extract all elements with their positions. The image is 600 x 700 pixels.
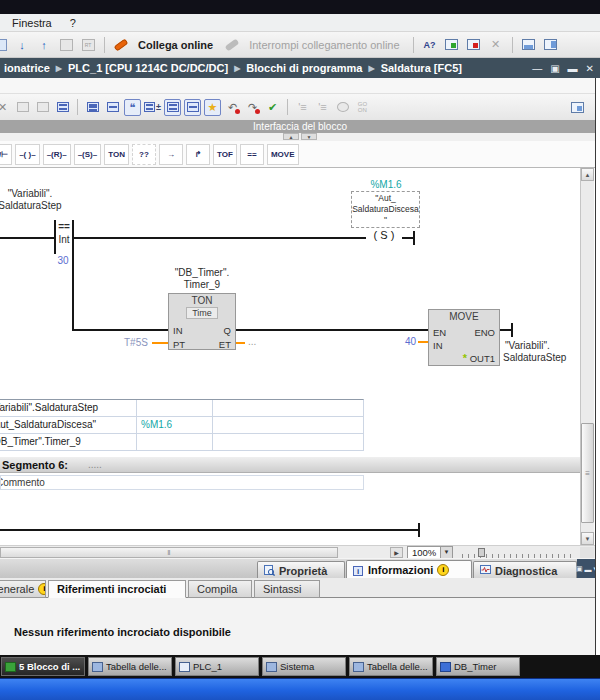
float-window-icon[interactable]: ▣ — [550, 63, 559, 74]
taskbar-button-tag-table[interactable]: Tabella delle... — [88, 657, 172, 676]
save-project-icon[interactable] — [0, 37, 9, 53]
fav-ton-timer[interactable]: TON — [104, 144, 129, 165]
close-x-icon[interactable]: ✕ — [487, 37, 505, 53]
expand-networks-icon[interactable] — [84, 99, 101, 116]
subtab-compila[interactable]: Compila — [188, 580, 252, 598]
upload-from-device-icon[interactable]: ↑ — [35, 37, 53, 53]
subtab-riferimenti-incrociati[interactable]: Riferimenti incrociati — [48, 580, 186, 598]
go-on-chain-icon[interactable]: GOON — [354, 99, 371, 116]
coil-address[interactable]: %M1.6 — [352, 179, 420, 190]
et-value[interactable]: ... — [248, 336, 256, 347]
vertical-scroll-thumb[interactable]: ≡ — [581, 423, 594, 523]
vertical-scrollbar[interactable]: ▲ ≡ ▼ — [580, 168, 594, 545]
timer-db-label[interactable]: "DB_Timer". — [150, 267, 254, 278]
fav-coil[interactable]: –( )– — [15, 144, 39, 165]
consistency-check-icon[interactable]: ✔ — [264, 99, 281, 116]
taskbar-button-db-timer[interactable]: DB_Timer — [436, 657, 520, 676]
fav-move[interactable]: MOVE — [267, 144, 299, 165]
jump-label-icon[interactable]: '≡ — [294, 99, 311, 116]
menu-help[interactable]: ? — [70, 17, 76, 29]
stop-runtime-icon[interactable] — [465, 37, 483, 53]
move-out-operand-line1[interactable]: "Variabili". — [505, 340, 550, 351]
insert-row-icon[interactable] — [54, 99, 71, 116]
subtab-generale[interactable]: Generale i — [0, 580, 46, 598]
ladder-canvas[interactable]: "Variabili". SaldaturaStep == Int 30 %M1… — [0, 168, 600, 545]
taskbar-up-icon[interactable]: ▲ — [83, 664, 85, 670]
absolute-operands-icon[interactable] — [164, 99, 181, 116]
fav-empty-box[interactable]: ?? — [132, 144, 156, 165]
split-vertical-icon[interactable] — [542, 37, 560, 53]
breadcrumb-plc[interactable]: PLC_1 [CPU 1214C DC/DC/DC] — [68, 62, 228, 74]
table-row[interactable]: "Variabili".SaldaturaStep — [0, 400, 363, 417]
collapse-panel-icon[interactable]: ▬ — [585, 566, 592, 573]
fav-set-coil[interactable]: –(S)– — [74, 144, 102, 165]
subtab-sintassi[interactable]: Sintassi — [254, 580, 320, 598]
split-horizontal-icon[interactable] — [520, 37, 538, 53]
download-to-device-icon[interactable]: ↓ — [13, 37, 31, 53]
zoom-slider-knob[interactable] — [478, 548, 485, 557]
start-runtime-icon[interactable] — [443, 37, 461, 53]
toggle-comments-icon[interactable]: ❝ — [124, 99, 141, 116]
network-title-icon[interactable] — [184, 99, 201, 116]
gear-back-icon[interactable] — [34, 99, 51, 116]
jump-destination-icon[interactable]: '≡ — [314, 99, 331, 116]
contact-operand-line1[interactable]: "Variabili". — [0, 188, 68, 199]
go-offline-icon[interactable] — [223, 37, 241, 53]
block-interface-splitter-bar[interactable]: Interfaccia del blocco — [0, 120, 600, 133]
tab-informazioni[interactable]: i Informazioni i — [346, 560, 472, 579]
horizontal-scroll-thumb[interactable]: ‖ — [0, 547, 338, 558]
search-settings-icon[interactable] — [334, 99, 351, 116]
menu-finestra[interactable]: Finestra — [12, 17, 52, 29]
table-row[interactable]: "DB_Timer".Timer_9 — [0, 434, 363, 451]
fav-reset-coil[interactable]: –(R)– — [43, 144, 71, 165]
tab-proprieta[interactable]: Proprietà — [257, 561, 345, 579]
scroll-up-icon[interactable]: ▲ — [581, 168, 594, 181]
stop-cpu-icon[interactable]: RT — [79, 37, 97, 53]
zoom-slider[interactable] — [462, 548, 574, 558]
float-panel-icon[interactable]: ▣ — [576, 565, 583, 573]
ton-pin-pt[interactable]: PT — [173, 339, 185, 350]
move-out-operand-line2[interactable]: SaldaturaStep — [503, 352, 566, 363]
splitter-up-icon[interactable]: ▲ — [283, 133, 299, 140]
segment-header[interactable]: Segmento 6: ..... — [0, 456, 580, 473]
start-cpu-icon[interactable] — [57, 37, 75, 53]
scroll-right-icon[interactable]: ▶ — [390, 547, 403, 558]
pt-value[interactable]: T#5S — [124, 337, 148, 348]
move-pin-out1[interactable]: * OUT1 — [463, 352, 495, 364]
fav-nc-contact[interactable]: ⊣/⊢ — [0, 144, 12, 165]
undo-icon[interactable]: ↶ — [224, 99, 241, 116]
move-pin-en[interactable]: EN — [433, 327, 446, 338]
accessible-devices-icon[interactable]: A? — [421, 37, 439, 53]
ton-pin-q[interactable]: Q — [224, 325, 231, 336]
move-in-value[interactable]: 40 — [402, 336, 416, 347]
go-online-label[interactable]: Collega online — [138, 39, 213, 51]
compare-operator[interactable]: == — [54, 221, 74, 232]
maximize-icon[interactable]: ▬ — [568, 63, 578, 74]
taskbar-button-blocks[interactable]: 5 Blocco di ... ▲ — [1, 657, 85, 676]
breadcrumb-program-blocks[interactable]: Blocchi di programma — [246, 62, 362, 74]
ton-pin-in[interactable]: IN — [173, 325, 183, 336]
fav-compare[interactable]: == — [240, 144, 264, 165]
compare-type[interactable]: Int — [54, 234, 74, 245]
coil-operand-box[interactable]: "Aut_ SaldaturaDiscesa " — [351, 191, 420, 228]
contact-operand-line2[interactable]: SaldaturaStep — [0, 200, 74, 211]
ton-pin-et[interactable]: ET — [219, 339, 231, 350]
go-online-icon[interactable] — [112, 37, 130, 53]
favorites-star-icon[interactable]: ★ — [204, 99, 221, 116]
taskbar-button-plc[interactable]: PLC_1 — [175, 657, 259, 676]
move-block[interactable]: MOVE EN ENO IN * OUT1 — [428, 309, 500, 366]
fav-tof-timer[interactable]: TOF — [213, 144, 237, 165]
taskbar-button-sistema[interactable]: Sistema — [262, 657, 346, 676]
segment-comment[interactable]: Commento — [0, 475, 364, 490]
taskbar-button-tag-table-2[interactable]: Tabella delle... — [349, 657, 433, 676]
breadcrumb-project[interactable]: ionatrice — [4, 62, 50, 74]
redo-icon[interactable]: ↷ — [244, 99, 261, 116]
zoom-dropdown-icon[interactable]: ▼ — [440, 547, 452, 558]
splitter-down-icon[interactable]: ▼ — [301, 133, 317, 140]
fav-close-branch[interactable]: ↱ — [186, 144, 210, 165]
minimize-icon[interactable]: — — [532, 63, 542, 74]
fav-open-branch[interactable]: → — [159, 144, 183, 165]
breadcrumb-block[interactable]: Saldatura [FC5] — [381, 62, 462, 74]
timer-instance-label[interactable]: Timer_9 — [150, 279, 254, 290]
collapse-networks-icon[interactable] — [104, 99, 121, 116]
